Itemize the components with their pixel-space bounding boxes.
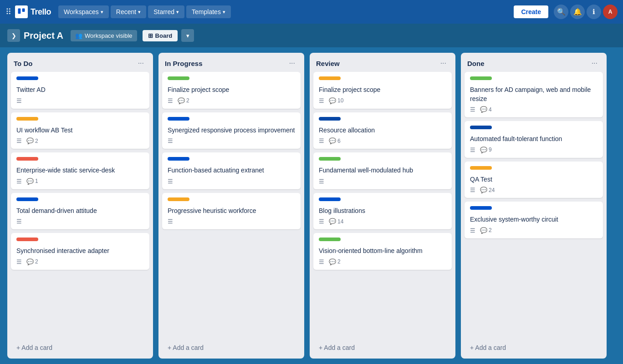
notifications-button[interactable]: 🔔 (570, 5, 585, 19)
card[interactable]: Progressive heuristic workforce☰ (162, 193, 301, 230)
card[interactable]: Automated fault-tolerant function☰💬9 (465, 121, 603, 158)
templates-button[interactable]: Templates ▾ (186, 5, 231, 18)
trello-logo[interactable]: Trello (15, 5, 51, 18)
column-header-inprogress: In Progress··· (158, 53, 304, 72)
board-view-icon: ⊞ (148, 32, 153, 39)
workspace-icon: 👥 (75, 32, 82, 39)
card[interactable]: Resource allocation☰💬6 (313, 112, 452, 149)
card-meta: ☰💬2 (168, 97, 295, 104)
card-title: Banners for AD campaign, web and mobile … (470, 86, 597, 103)
card[interactable]: UI workflow AB Test☰💬2 (11, 112, 149, 149)
card-comment-count: 💬2 (329, 258, 341, 265)
card[interactable]: Total demand-driven attitude☰ (11, 193, 149, 230)
card-meta: ☰ (16, 218, 144, 225)
card-tag (470, 166, 492, 170)
comment-number: 1 (35, 178, 38, 184)
info-button[interactable]: ℹ (587, 5, 601, 19)
recent-button[interactable]: Recent ▾ (111, 5, 146, 18)
card-meta: ☰ (168, 137, 295, 144)
card-description-icon: ☰ (470, 187, 475, 193)
card[interactable]: Synchronised interactive adapter☰💬2 (11, 233, 149, 270)
board-view-label: Board (155, 32, 173, 39)
cards-container-review: Finalize project scope☰💬10Resource alloc… (310, 72, 455, 337)
add-card-button-done[interactable]: + Add a card (465, 340, 603, 355)
card-tag (16, 117, 38, 121)
card-meta: ☰ (168, 218, 295, 225)
add-card-button-review[interactable]: + Add a card (313, 340, 452, 355)
card[interactable]: Function-based actuating extranet☰ (162, 152, 301, 189)
starred-chevron: ▾ (176, 9, 179, 15)
card-tag (319, 197, 341, 201)
card-title: Synchronised interactive adapter (16, 247, 144, 256)
workspace-visible-label: Workspace visible (85, 32, 133, 39)
card-tag (168, 76, 189, 80)
workspaces-button[interactable]: Workspaces ▾ (58, 5, 109, 18)
card-comment-count: 💬9 (480, 147, 492, 153)
card-tag (16, 157, 38, 161)
board-header-chevron[interactable]: ▾ (181, 29, 194, 42)
card-meta: ☰ (319, 178, 446, 185)
card-tag (16, 197, 38, 201)
grid-icon[interactable]: ⠿ (5, 7, 11, 17)
card-meta: ☰ (16, 97, 144, 104)
comment-number: 2 (35, 138, 38, 144)
card-description-icon: ☰ (168, 218, 173, 225)
workspace-visible-button[interactable]: 👥 Workspace visible (71, 30, 137, 41)
card-comment-count: 💬2 (178, 97, 189, 104)
card[interactable]: Banners for AD campaign, web and mobile … (465, 72, 603, 117)
card[interactable]: Synergized responsive process improvemen… (162, 112, 301, 149)
card[interactable]: Twitter AD☰ (11, 72, 149, 109)
avatar[interactable]: A (603, 5, 618, 19)
comment-number: 2 (337, 258, 341, 265)
column-menu-button-todo[interactable]: ··· (135, 58, 147, 68)
column-menu-button-done[interactable]: ··· (589, 58, 600, 68)
card-comment-count: 💬1 (26, 178, 38, 185)
card-description-icon: ☰ (319, 258, 324, 265)
create-button[interactable]: Create (514, 5, 548, 18)
board-view-button[interactable]: ⊞ Board (143, 30, 178, 41)
create-label: Create (521, 8, 541, 15)
add-card-button-todo[interactable]: + Add a card (11, 340, 149, 355)
card-comment-count: 💬2 (26, 137, 38, 144)
card-tag (470, 126, 492, 129)
card-comment-count: 💬2 (480, 227, 492, 234)
card-meta: ☰💬9 (470, 147, 597, 153)
comment-number: 14 (337, 218, 343, 225)
column-title-review: Review (316, 60, 340, 67)
card-title: Twitter AD (16, 86, 144, 95)
card-description-icon: ☰ (16, 97, 22, 104)
card[interactable]: Finalize project scope☰💬2 (162, 72, 301, 109)
card-meta: ☰💬2 (470, 227, 597, 234)
templates-label: Templates (192, 8, 221, 15)
search-button[interactable]: 🔍 (554, 5, 568, 19)
card-title: Vision-oriented bottom-line algorithm (319, 247, 446, 256)
card-comment-count: 💬24 (480, 187, 495, 193)
card-meta: ☰💬10 (319, 97, 446, 104)
card-description-icon: ☰ (16, 137, 22, 144)
card[interactable]: Fundamental well-modulated hub☰ (313, 152, 452, 189)
card-description-icon: ☰ (470, 147, 475, 153)
card[interactable]: Exclusive system-worthy circuit☰💬2 (465, 202, 603, 238)
comment-number: 9 (489, 147, 492, 153)
card[interactable]: Blog illustrations☰💬14 (313, 193, 452, 230)
column-menu-button-review[interactable]: ··· (438, 58, 449, 68)
card[interactable]: QA Test☰💬24 (465, 162, 603, 198)
comment-number: 2 (35, 258, 38, 265)
starred-button[interactable]: Starred ▾ (148, 5, 184, 18)
column-done: Done···Banners for AD campaign, web and … (461, 53, 607, 359)
card[interactable]: Finalize project scope☰💬10 (313, 72, 452, 109)
card-description-icon: ☰ (319, 137, 324, 144)
card-comment-count: 💬14 (329, 218, 343, 225)
card-meta: ☰💬2 (16, 258, 144, 265)
card[interactable]: Enterprise-wide static service-desk☰💬1 (11, 152, 149, 189)
recent-chevron: ▾ (138, 9, 141, 15)
card[interactable]: Vision-oriented bottom-line algorithm☰💬2 (313, 233, 452, 270)
board-header: ❯ Project A 👥 Workspace visible ⊞ Board … (0, 24, 623, 47)
card-tag (470, 206, 492, 210)
card-tag (168, 197, 189, 201)
column-header-todo: To Do··· (7, 53, 153, 72)
add-card-button-inprogress[interactable]: + Add a card (162, 340, 301, 355)
column-menu-button-inprogress[interactable]: ··· (286, 58, 298, 68)
sidebar-toggle-button[interactable]: ❯ (7, 29, 20, 42)
board-content: To Do···Twitter AD☰UI workflow AB Test☰💬… (0, 47, 623, 364)
